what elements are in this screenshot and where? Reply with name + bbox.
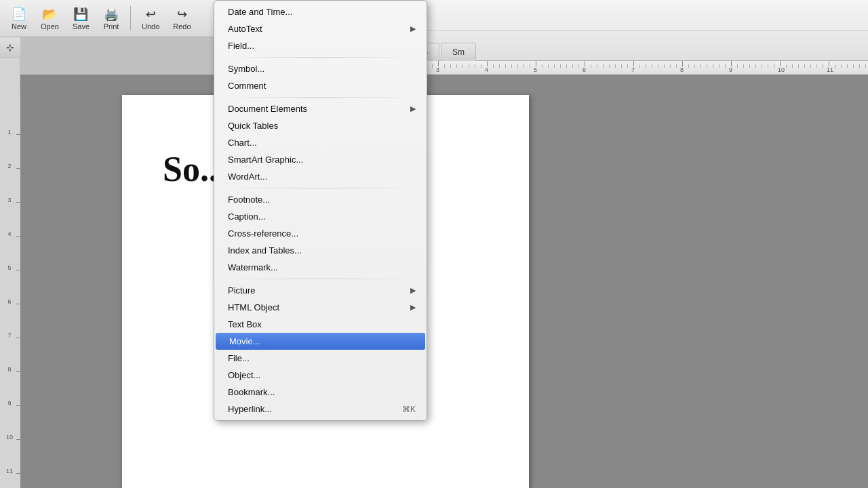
menu-item-label: Object... (228, 370, 416, 380)
toolbar-save-button[interactable]: 💾 Save (67, 3, 95, 33)
menu-item-index-and-tables---[interactable]: Index and Tables... (214, 242, 427, 259)
toolbar-print-button[interactable]: 🖨️ Print (98, 3, 125, 33)
menu-item-date-and-time---[interactable]: Date and Time... (214, 3, 427, 20)
print-icon: 🖨️ (103, 6, 119, 22)
menu-separator (221, 97, 420, 98)
menu-item-text-box[interactable]: Text Box (214, 316, 427, 333)
menu-item-field---[interactable]: Field... (214, 37, 427, 54)
menu-item-label: Document Elements (228, 104, 410, 114)
menu-item-bookmark---[interactable]: Bookmark... (214, 384, 427, 401)
menu-item-label: WordArt... (228, 171, 416, 182)
submenu-arrow-icon: ▶ (410, 303, 416, 312)
menu-item-smartart-graphic---[interactable]: SmartArt Graphic... (214, 151, 427, 168)
menu-item-label: Bookmark... (228, 387, 416, 397)
submenu-arrow-icon: ▶ (410, 104, 416, 113)
menu-separator (221, 57, 420, 58)
menu-item-movie---[interactable]: Movie... (216, 333, 425, 350)
menu-item-quick-tables[interactable]: Quick Tables (214, 117, 427, 134)
menu-item-label: Watermark... (228, 262, 416, 272)
undo-icon: ↩ (142, 6, 159, 22)
menu-item-hyperlink---[interactable]: Hyperlink...⌘K (214, 401, 427, 418)
open-label: Open (41, 22, 59, 30)
menu-item-label: Field... (228, 41, 416, 51)
toolbar-separator-1 (130, 6, 131, 30)
menu-item-cross-reference---[interactable]: Cross-reference... (214, 225, 427, 242)
menu-item-autotext[interactable]: AutoText▶ (214, 20, 427, 37)
menu-item-label: Chart... (228, 138, 416, 148)
menu-item-comment[interactable]: Comment (214, 77, 427, 94)
new-icon: 📄 (11, 6, 27, 22)
insert-menu: Date and Time...AutoText▶Field...Symbol.… (214, 0, 427, 421)
menu-item-html-object[interactable]: HTML Object▶ (214, 299, 427, 316)
toolbar-redo-button[interactable]: ↪ Redo (167, 3, 196, 33)
menu-separator (221, 188, 420, 188)
menu-item-label: Date and Time... (228, 7, 416, 17)
submenu-arrow-icon: ▶ (410, 24, 416, 33)
undo-label: Undo (142, 22, 159, 30)
tab-sm[interactable]: Sm (441, 43, 476, 61)
menu-item-object---[interactable]: Object... (214, 367, 427, 384)
sidebar-anchor-icon[interactable]: ⊹ (0, 37, 20, 58)
menu-item-file---[interactable]: File... (214, 350, 427, 367)
menu-item-label: Cross-reference... (228, 228, 416, 239)
new-label: New (12, 22, 26, 30)
menu-item-shortcut: ⌘K (402, 405, 416, 414)
menu-item-label: File... (228, 353, 416, 363)
toolbar-new-button[interactable]: 📄 New (5, 3, 33, 33)
menu-item-footnote---[interactable]: Footnote... (214, 191, 427, 208)
menu-item-label: Movie... (229, 336, 414, 346)
menu-item-label: SmartArt Graphic... (228, 155, 416, 165)
menu-separator (221, 279, 420, 279)
menu-item-wordart---[interactable]: WordArt... (214, 168, 427, 185)
menu-item-chart---[interactable]: Chart... (214, 134, 427, 151)
menu-item-label: Picture (228, 285, 410, 296)
vertical-ruler: 123456789101112 (0, 95, 20, 488)
main-toolbar: 📄 New 📂 Open 💾 Save 🖨️ Print ↩ Undo ↪ Re… (0, 0, 217, 37)
menu-item-label: Hyperlink... (228, 404, 402, 414)
menu-item-label: Symbol... (228, 64, 416, 74)
left-sidebar: ⊹ 123456789101112 (0, 37, 20, 488)
open-icon: 📂 (41, 6, 58, 22)
toolbar-open-button[interactable]: 📂 Open (35, 3, 64, 33)
save-label: Save (73, 22, 90, 30)
menu-item-symbol---[interactable]: Symbol... (214, 60, 427, 77)
menu-item-label: Comment (228, 81, 416, 91)
redo-label: Redo (173, 22, 191, 30)
submenu-arrow-icon: ▶ (410, 286, 416, 295)
document-area: So.... (20, 75, 868, 488)
menu-item-label: Text Box (228, 319, 416, 329)
menu-item-watermark---[interactable]: Watermark... (214, 259, 427, 276)
menu-item-label: Footnote... (228, 195, 416, 205)
menu-item-label: Index and Tables... (228, 245, 416, 256)
save-icon: 💾 (73, 6, 89, 22)
menu-item-label: Caption... (228, 211, 416, 222)
menu-item-label: Quick Tables (228, 121, 416, 131)
menu-item-document-elements[interactable]: Document Elements▶ (214, 100, 427, 117)
print-label: Print (104, 22, 119, 30)
toolbar-undo-button[interactable]: ↩ Undo (136, 3, 165, 33)
menu-item-label: AutoText (228, 24, 410, 34)
redo-icon: ↪ (174, 6, 190, 22)
menu-item-label: HTML Object (228, 302, 410, 312)
menu-item-picture[interactable]: Picture▶ (214, 282, 427, 299)
menu-item-caption---[interactable]: Caption... (214, 208, 427, 225)
